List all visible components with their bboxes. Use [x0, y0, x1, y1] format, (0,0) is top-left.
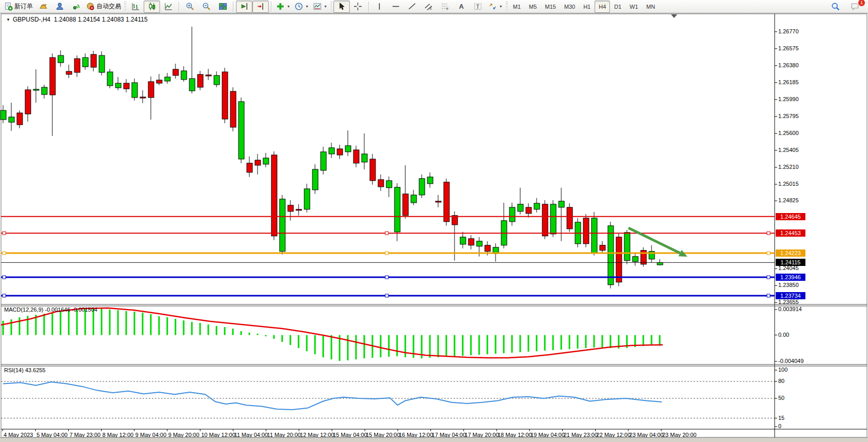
candle-body[interactable] — [107, 72, 113, 86]
candle-body[interactable] — [181, 71, 187, 80]
cursor-button[interactable] — [333, 1, 350, 13]
candle-body[interactable] — [518, 204, 523, 212]
candle-body[interactable] — [378, 180, 384, 187]
candle-body[interactable] — [411, 195, 417, 203]
candle-body[interactable] — [132, 83, 137, 98]
candle-body[interactable] — [403, 194, 408, 216]
candle-body[interactable] — [17, 113, 23, 125]
line-selection-handle[interactable] — [3, 252, 6, 255]
candle-body[interactable] — [468, 239, 474, 245]
candle-body[interactable] — [329, 148, 334, 154]
line-selection-handle[interactable] — [385, 232, 388, 235]
crosshair-button[interactable] — [350, 1, 366, 13]
chevron-down-icon[interactable]: ▼ — [287, 5, 290, 8]
candle-body[interactable] — [485, 245, 490, 252]
candle-body[interactable] — [345, 146, 351, 152]
candle-body[interactable] — [542, 204, 548, 236]
candle-body[interactable] — [42, 87, 47, 94]
candle-body[interactable] — [206, 75, 211, 76]
candle-body[interactable] — [608, 226, 614, 285]
candle-body[interactable] — [419, 179, 425, 195]
candle-body[interactable] — [1, 110, 6, 120]
templates-button[interactable]: ▼ — [311, 1, 329, 13]
candle-body[interactable] — [559, 201, 564, 207]
candle-body[interactable] — [140, 97, 146, 98]
candle-body[interactable] — [616, 237, 622, 282]
candle-body[interactable] — [91, 54, 96, 67]
candle-body[interactable] — [394, 187, 400, 232]
candle-body[interactable] — [567, 207, 573, 229]
timeframe-h4[interactable]: H4 — [595, 1, 610, 13]
candle-body[interactable] — [304, 189, 310, 209]
candle-body[interactable] — [386, 181, 392, 188]
candle-body[interactable] — [444, 182, 449, 222]
candle-body[interactable] — [550, 204, 556, 234]
toolbar-grip[interactable] — [124, 2, 126, 12]
candle-body[interactable] — [296, 209, 302, 210]
line-chart-button[interactable] — [160, 1, 176, 13]
candle-body[interactable] — [271, 155, 277, 236]
line-selection-handle[interactable] — [385, 252, 388, 255]
candle-body[interactable] — [165, 77, 170, 81]
chevron-down-icon[interactable]: ▼ — [305, 5, 309, 8]
profile-button[interactable] — [51, 1, 68, 13]
text-label-button[interactable]: T — [470, 1, 486, 13]
candle-body[interactable] — [115, 83, 121, 88]
candle-body[interactable] — [25, 90, 31, 114]
chart-menu-icon[interactable]: ▼ — [6, 17, 10, 22]
candle-body[interactable] — [50, 57, 55, 95]
candle-body[interactable] — [280, 199, 285, 252]
candle-body[interactable] — [509, 207, 515, 222]
candle-body[interactable] — [312, 169, 318, 190]
candle-body[interactable] — [583, 218, 589, 244]
candle-body[interactable] — [33, 89, 39, 90]
candle-body[interactable] — [239, 102, 244, 159]
line-selection-handle[interactable] — [767, 232, 770, 235]
vertical-line-button[interactable] — [371, 1, 388, 13]
search-button[interactable] — [827, 1, 843, 13]
equidistant-channel-button[interactable]: E — [421, 1, 437, 13]
candle-body[interactable] — [427, 177, 433, 184]
candle-body[interactable] — [99, 55, 105, 72]
line-selection-handle[interactable] — [3, 276, 6, 279]
toolbar-grip[interactable] — [330, 2, 332, 12]
timeframe-mn[interactable]: MN — [642, 1, 659, 13]
candle-body[interactable] — [591, 218, 597, 253]
candle-body[interactable] — [353, 150, 359, 163]
line-selection-handle[interactable] — [767, 252, 770, 255]
line-selection-handle[interactable] — [3, 294, 6, 297]
candle-body[interactable] — [189, 79, 195, 91]
timeframe-m1[interactable]: M1 — [509, 1, 525, 13]
candle-body[interactable] — [58, 55, 64, 63]
trend-line-button[interactable] — [404, 1, 421, 13]
candle-body[interactable] — [600, 245, 605, 251]
candle-body[interactable] — [83, 57, 88, 67]
candle-body[interactable] — [526, 207, 531, 214]
candle-body[interactable] — [148, 82, 154, 98]
candle-body[interactable] — [156, 80, 162, 83]
timeframe-m15[interactable]: M15 — [541, 1, 560, 13]
candle-body[interactable] — [230, 91, 236, 127]
candle-body[interactable] — [247, 163, 252, 172]
timeframe-h1[interactable]: H1 — [579, 1, 595, 13]
arrows-button[interactable]: ▼ — [486, 1, 505, 13]
line-selection-handle[interactable] — [767, 276, 770, 279]
candle-body[interactable] — [66, 71, 72, 74]
zoom-in-button[interactable] — [182, 1, 198, 13]
candle-body[interactable] — [436, 201, 441, 202]
timeframe-m5[interactable]: M5 — [525, 1, 541, 13]
candle-body[interactable] — [657, 262, 663, 265]
zoom-out-button[interactable] — [198, 1, 214, 13]
candle-body[interactable] — [173, 69, 179, 75]
tile-windows-button[interactable] — [214, 1, 231, 13]
candle-body[interactable] — [74, 59, 80, 72]
chart-shift-button[interactable] — [252, 1, 269, 13]
candle-body[interactable] — [321, 152, 326, 170]
autotrading-button[interactable]: 自动交易 — [84, 1, 123, 13]
candle-body[interactable] — [255, 160, 261, 165]
timeframe-m30[interactable]: M30 — [560, 1, 579, 13]
new-order-button[interactable]: 新订单 — [2, 1, 35, 13]
quotes-button[interactable] — [35, 1, 51, 13]
chevron-down-icon[interactable]: ▼ — [324, 5, 327, 8]
candle-body[interactable] — [124, 83, 129, 89]
